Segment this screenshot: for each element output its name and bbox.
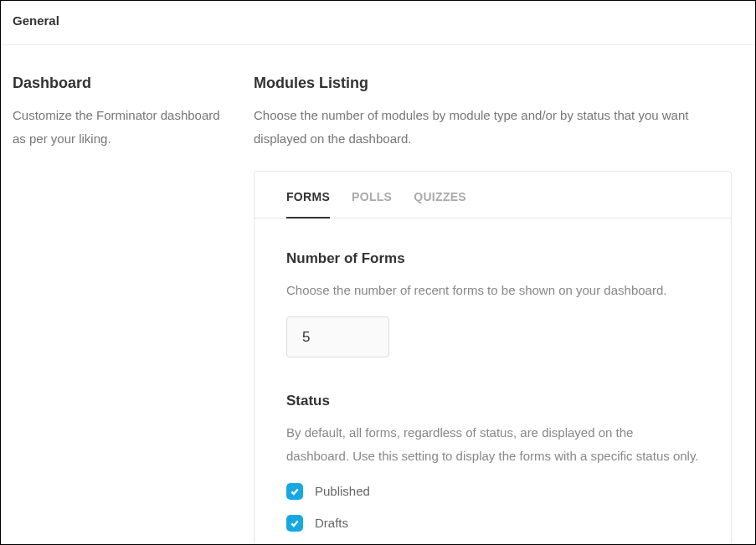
status-option-label: Published: [315, 484, 370, 498]
number-of-forms-input[interactable]: [286, 316, 389, 357]
status-option-drafts[interactable]: Drafts: [286, 515, 699, 532]
tab-forms[interactable]: FORMS: [286, 190, 330, 218]
tab-quizzes[interactable]: QUIZZES: [414, 190, 466, 218]
settings-sidebar: Dashboard Customize the Forminator dashb…: [13, 75, 254, 545]
number-of-forms-block: Number of Forms Choose the number of rec…: [286, 250, 699, 358]
page-title: General: [13, 13, 743, 28]
tab-polls[interactable]: POLLS: [352, 190, 392, 218]
settings-header: General: [1, 1, 755, 45]
status-description: By default, all forms, regardless of sta…: [286, 421, 699, 468]
main-section-description: Choose the number of modules by module t…: [254, 104, 732, 151]
sidebar-section-title: Dashboard: [13, 75, 229, 92]
number-of-forms-title: Number of Forms: [286, 250, 699, 267]
sidebar-section-description: Customize the Forminator dashboard as pe…: [13, 104, 229, 151]
number-of-forms-description: Choose the number of recent forms to be …: [286, 279, 699, 302]
status-option-published[interactable]: Published: [286, 483, 699, 500]
status-block: Status By default, all forms, regardless…: [286, 393, 699, 532]
main-section-title: Modules Listing: [254, 75, 732, 92]
status-option-label: Drafts: [315, 516, 348, 530]
status-title: Status: [286, 393, 699, 409]
modules-tabs-box: FORMS POLLS QUIZZES Number of Forms Choo…: [254, 171, 732, 546]
settings-main: Modules Listing Choose the number of mod…: [254, 75, 743, 545]
checkbox-icon: [286, 483, 303, 500]
tab-body-forms: Number of Forms Choose the number of rec…: [255, 219, 731, 546]
tabs-header: FORMS POLLS QUIZZES: [255, 172, 731, 219]
checkbox-icon: [286, 515, 303, 532]
settings-content: Dashboard Customize the Forminator dashb…: [1, 45, 755, 545]
